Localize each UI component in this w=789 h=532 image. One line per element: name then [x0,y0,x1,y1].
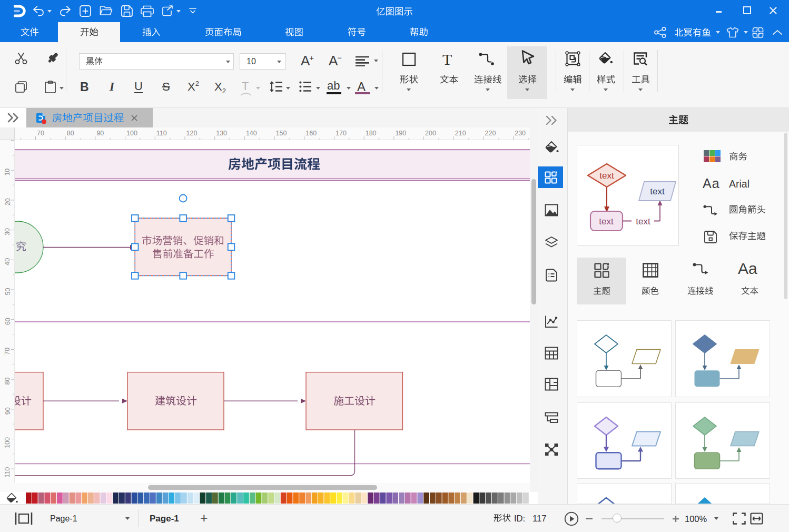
svg-text:20: 20 [4,198,12,205]
svg-text:110: 110 [4,467,11,478]
svg-text:70: 70 [4,348,11,355]
svg-text:110: 110 [156,130,167,137]
svg-text:text: text [636,216,650,226]
svg-text:80: 80 [4,378,11,385]
svg-text:140: 140 [246,130,257,137]
svg-text:230: 230 [515,130,526,137]
svg-text:90: 90 [96,130,104,137]
svg-text:210: 210 [455,130,466,137]
svg-text:text: text [599,171,614,181]
svg-text:220: 220 [485,130,496,137]
svg-text:150: 150 [276,130,287,137]
svg-text:170: 170 [336,130,347,137]
svg-text:80: 80 [67,130,74,137]
svg-text:10: 10 [4,169,11,176]
svg-text:50: 50 [4,288,12,295]
svg-text:70: 70 [37,130,44,137]
svg-text:90: 90 [4,407,12,415]
svg-text:190: 190 [395,130,406,137]
svg-text:130: 130 [216,130,227,137]
svg-text:160: 160 [305,130,317,137]
svg-text:100: 100 [4,437,11,448]
svg-text:40: 40 [4,258,11,265]
svg-text:60: 60 [4,318,12,325]
svg-text:30: 30 [4,228,11,235]
svg-text:120: 120 [186,130,198,137]
svg-text:100: 100 [126,130,137,137]
svg-text:text: text [650,186,665,196]
svg-text:180: 180 [366,130,377,137]
svg-text:text: text [599,216,614,226]
svg-text:200: 200 [425,130,436,137]
